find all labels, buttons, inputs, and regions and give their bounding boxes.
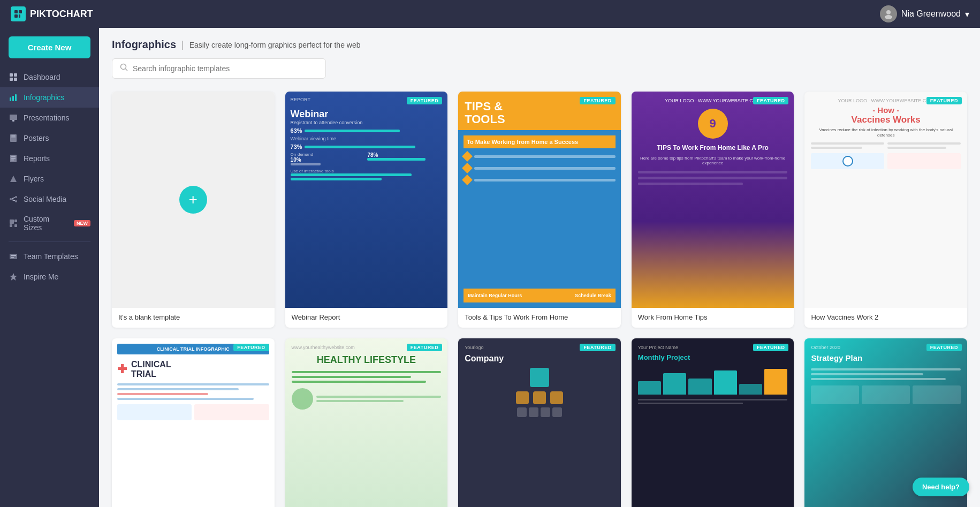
posters-icon <box>9 133 18 143</box>
sidebar-label: Inspire Me <box>24 273 58 281</box>
svg-point-25 <box>15 200 17 202</box>
sidebar-divider <box>9 241 90 242</box>
search-icon <box>120 63 128 74</box>
sidebar: Create New Dashboard Infographics <box>0 28 99 507</box>
featured-badge: FEATURED <box>407 344 442 351</box>
sidebar-item-infographics[interactable]: Infographics <box>0 87 99 108</box>
sidebar-item-custom-sizes[interactable]: Custom Sizes NEW <box>0 209 99 237</box>
featured-badge: FEATURED <box>233 344 269 351</box>
dropdown-icon: ▾ <box>965 9 969 19</box>
search-bar[interactable] <box>112 58 326 79</box>
featured-badge: FEATURED <box>580 97 615 104</box>
inspire-me-icon <box>9 272 18 282</box>
vaccines-mock: YOUR LOGO · WWW.YOURWEBSITE.COM - How - … <box>804 92 967 308</box>
sidebar-item-dashboard[interactable]: Dashboard <box>0 67 99 87</box>
blank-placeholder: + <box>179 186 207 214</box>
template-label: Work From Home Tips <box>632 308 794 328</box>
sidebar-label: Presentations <box>24 113 70 122</box>
template-thumb-inner: YOUR LOGO · WWW.YOURWEBSITE.COM - How - … <box>804 92 967 308</box>
template-card-monthly[interactable]: FEATURED Your Project Name Monthly Proje… <box>632 338 794 507</box>
svg-rect-33 <box>11 255 16 256</box>
flyers-icon <box>9 174 18 184</box>
featured-badge: FEATURED <box>580 344 615 351</box>
template-thumb-wfh: FEATURED YOUR LOGO · WWW.YOURWEBSITE.COM… <box>632 92 794 308</box>
sidebar-label: Reports <box>24 154 50 163</box>
app-logo[interactable]: PIKTOCHART <box>11 6 93 21</box>
main-content: Infographics | Easily create long-form g… <box>99 28 980 507</box>
sidebar-label: Infographics <box>24 93 64 102</box>
template-thumb-lifestyle: FEATURED www.yourhealthywebsite.com HEAL… <box>285 338 448 507</box>
search-input[interactable] <box>133 64 318 73</box>
custom-sizes-icon <box>9 218 18 228</box>
svg-rect-9 <box>14 78 17 81</box>
top-nav: PIKTOCHART Nia Greenwood ▾ <box>0 0 980 28</box>
svg-point-23 <box>10 198 12 200</box>
svg-rect-20 <box>11 158 16 159</box>
template-card-company[interactable]: FEATURED Yourlogo Company <box>458 338 621 507</box>
svg-point-4 <box>886 10 891 14</box>
template-card-blank[interactable]: + It's a blank template <box>112 92 275 328</box>
presentations-icon <box>9 113 18 123</box>
svg-point-36 <box>121 64 126 70</box>
template-thumb-tips: FEATURED TIPS & TOOLS To Make Working fr… <box>458 92 621 308</box>
template-card-tips[interactable]: FEATURED TIPS & TOOLS To Make Working fr… <box>458 92 621 328</box>
layout: Create New Dashboard Infographics <box>0 28 980 507</box>
template-card-vaccines[interactable]: FEATURED YOUR LOGO · WWW.YOURWEBSITE.COM… <box>804 92 967 328</box>
template-thumb-clinical: FEATURED CLINICAL TRIAL INFOGRAPHIC ✚ CL… <box>112 338 275 507</box>
template-thumb-vaccines: FEATURED YOUR LOGO · WWW.YOURWEBSITE.COM… <box>804 92 967 308</box>
svg-rect-1 <box>19 10 22 13</box>
sidebar-item-social-media[interactable]: Social Media <box>0 189 99 209</box>
templates-grid-container: + It's a blank template FEATURED REPORT <box>99 85 980 507</box>
wfh-mock: YOUR LOGO · WWW.YOURWEBSITE.COM 9 TIPS T… <box>632 92 794 308</box>
svg-rect-7 <box>14 73 17 77</box>
svg-line-27 <box>12 200 15 201</box>
template-card-clinical[interactable]: FEATURED CLINICAL TRIAL INFOGRAPHIC ✚ CL… <box>112 338 275 507</box>
template-card-webinar[interactable]: FEATURED REPORT Webinar Registrant to at… <box>285 92 448 328</box>
svg-line-37 <box>126 69 128 71</box>
webinar-mock: REPORT Webinar Registrant to attendee co… <box>285 92 448 308</box>
sidebar-item-presentations[interactable]: Presentations <box>0 108 99 128</box>
add-icon: + <box>179 186 207 214</box>
svg-rect-3 <box>19 14 20 18</box>
reports-icon <box>9 154 18 163</box>
template-thumb-inner: TIPS & TOOLS To Make Working from Home a… <box>458 92 621 308</box>
template-label: Tools & Tips To Work From Home <box>458 308 621 328</box>
featured-badge: FEATURED <box>926 344 962 351</box>
svg-rect-6 <box>10 73 13 77</box>
svg-rect-28 <box>10 220 14 224</box>
infographics-icon <box>9 93 18 102</box>
team-templates-icon <box>9 252 18 261</box>
svg-rect-11 <box>12 96 14 101</box>
featured-badge: FEATURED <box>926 97 962 104</box>
create-new-button[interactable]: Create New <box>9 36 90 58</box>
tips-mock: TIPS & TOOLS To Make Working from Home a… <box>458 92 621 308</box>
sidebar-item-reports[interactable]: Reports <box>0 148 99 169</box>
social-media-icon <box>9 194 18 204</box>
template-thumb-webinar: FEATURED REPORT Webinar Registrant to at… <box>285 92 448 308</box>
svg-rect-10 <box>10 97 11 101</box>
svg-rect-17 <box>11 138 16 138</box>
featured-badge: FEATURED <box>407 97 442 104</box>
template-card-wfh[interactable]: FEATURED YOUR LOGO · WWW.YOURWEBSITE.COM… <box>632 92 794 328</box>
need-help-button[interactable]: Need help? <box>913 478 969 496</box>
sidebar-item-inspire-me[interactable]: Inspire Me <box>0 267 99 287</box>
sidebar-item-posters[interactable]: Posters <box>0 128 99 148</box>
template-thumb-inner: CLINICAL TRIAL INFOGRAPHIC ✚ CLINICALTRI… <box>112 338 275 507</box>
user-menu[interactable]: Nia Greenwood ▾ <box>880 5 969 22</box>
svg-rect-14 <box>12 120 14 122</box>
svg-rect-2 <box>14 14 18 18</box>
svg-rect-32 <box>10 254 17 259</box>
dashboard-icon <box>9 72 18 82</box>
sidebar-label: Custom Sizes <box>24 215 66 232</box>
svg-line-26 <box>12 198 15 199</box>
sidebar-item-flyers[interactable]: Flyers <box>0 169 99 189</box>
sidebar-label: Flyers <box>24 175 44 183</box>
template-thumb-company: FEATURED Yourlogo Company <box>458 338 621 507</box>
svg-rect-8 <box>10 78 13 81</box>
svg-rect-0 <box>14 10 18 13</box>
page-title: Infographics <box>112 39 176 51</box>
template-card-lifestyle[interactable]: FEATURED www.yourhealthywebsite.com HEAL… <box>285 338 448 507</box>
sidebar-label: Posters <box>24 134 49 142</box>
sidebar-item-team-templates[interactable]: Team Templates <box>0 246 99 267</box>
user-name: Nia Greenwood <box>901 9 961 19</box>
